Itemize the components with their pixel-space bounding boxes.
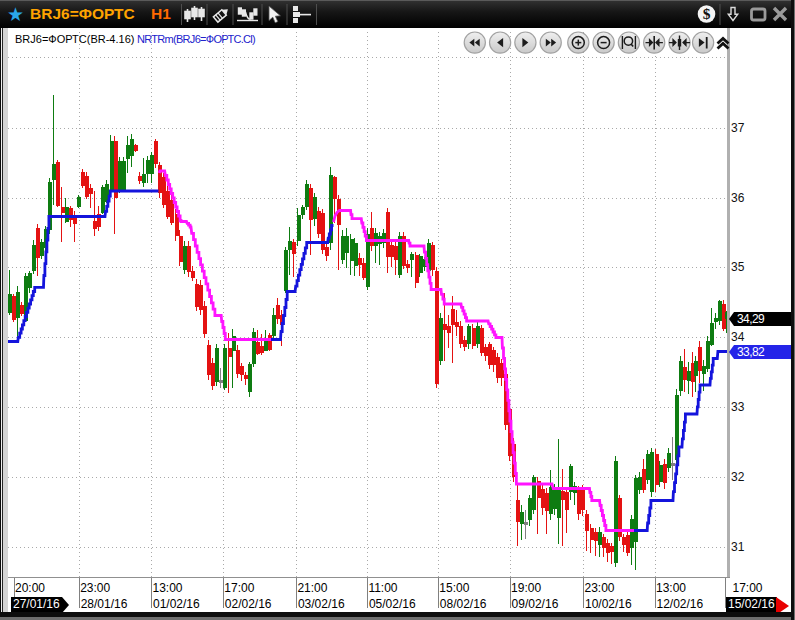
svg-text:$: $ [703, 5, 711, 22]
